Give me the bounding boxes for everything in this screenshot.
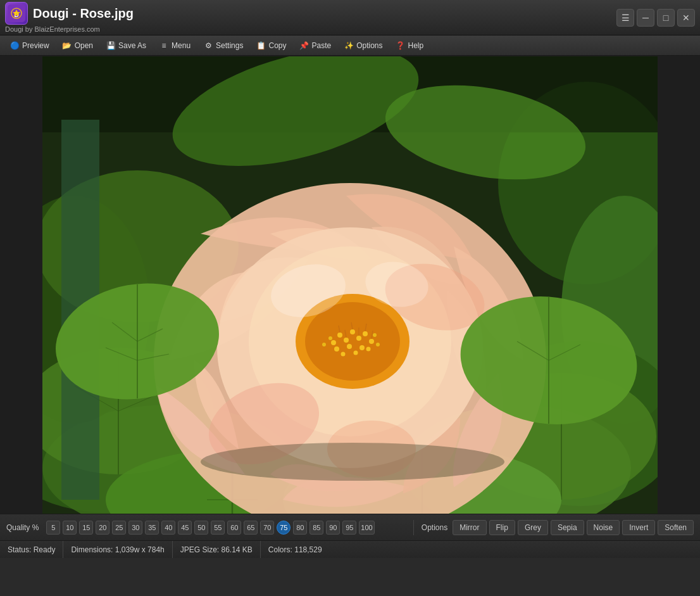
option-buttons: MirrorFlipGreySepiaNoiseInvertSoften <box>453 520 694 535</box>
quality-btn-95[interactable]: 95 <box>342 521 356 535</box>
title-bar: D Dougi - Rose.jpg Dougi by BlaizEnterpr… <box>0 0 700 35</box>
quality-btn-90[interactable]: 90 <box>326 521 340 535</box>
help-button[interactable]: ❓ Help <box>390 38 430 53</box>
quality-btn-65[interactable]: 65 <box>244 521 258 535</box>
option-btn-sepia[interactable]: Sepia <box>551 520 584 535</box>
quality-btn-50[interactable]: 50 <box>194 521 208 535</box>
menu-label: Menu <box>172 41 191 50</box>
paste-label: Paste <box>311 41 331 50</box>
menu-icon2: ≡ <box>159 41 169 51</box>
window-controls: ☰ ─ □ ✕ <box>616 9 695 27</box>
copy-icon: 📋 <box>256 41 266 51</box>
copy-label: Copy <box>268 41 286 50</box>
paste-icon: 📌 <box>299 41 309 51</box>
quality-btn-60[interactable]: 60 <box>227 521 241 535</box>
open-icon: 📂 <box>62 41 72 51</box>
quality-section: Quality % 510152025303540455055606570758… <box>6 521 413 535</box>
option-btn-flip[interactable]: Flip <box>489 520 515 535</box>
maximize-icon: □ <box>663 13 668 23</box>
paste-button[interactable]: 📌 Paste <box>293 38 337 53</box>
save-as-button[interactable]: 💾 Save As <box>100 38 152 53</box>
toolbar: 🔵 Preview 📂 Open 💾 Save As ≡ Menu ⚙ Sett… <box>0 35 700 56</box>
quality-btn-5[interactable]: 5 <box>46 521 60 535</box>
quality-buttons: 5101520253035404550556065707580859095100 <box>46 521 374 535</box>
save-as-icon: 💾 <box>106 41 116 51</box>
options-label: Options <box>356 41 382 50</box>
option-btn-mirror[interactable]: Mirror <box>453 520 486 535</box>
quality-btn-15[interactable]: 15 <box>79 521 93 535</box>
quality-bar: Quality % 510152025303540455055606570758… <box>0 514 700 540</box>
window-menu-btn[interactable]: ☰ <box>616 9 634 27</box>
quality-btn-25[interactable]: 25 <box>112 521 126 535</box>
colors-text: Colors: 118,529 <box>261 541 330 558</box>
open-button[interactable]: 📂 Open <box>56 38 99 53</box>
svg-point-52 <box>322 343 326 346</box>
options-panel: Options MirrorFlipGreySepiaNoiseInvertSo… <box>413 520 694 535</box>
option-btn-grey[interactable]: Grey <box>518 520 548 535</box>
svg-point-48 <box>366 346 371 351</box>
status-bar: Status: Ready Dimensions: 1,039w x 784h … <box>0 540 700 558</box>
close-btn[interactable]: ✕ <box>677 9 695 27</box>
close-icon: ✕ <box>682 13 690 23</box>
preview-button[interactable]: 🔵 Preview <box>4 38 55 53</box>
help-label: Help <box>408 41 424 50</box>
title-left: D Dougi - Rose.jpg Dougi by BlaizEnterpr… <box>5 2 134 33</box>
options-label: Options <box>422 523 447 532</box>
svg-point-49 <box>328 336 332 340</box>
title-text: Dougi - Rose.jpg <box>33 6 134 21</box>
options-icon: ✨ <box>344 41 354 51</box>
menu-button[interactable]: ≡ Menu <box>153 38 196 53</box>
svg-point-43 <box>334 346 339 352</box>
quality-btn-40[interactable]: 40 <box>161 521 175 535</box>
quality-btn-70[interactable]: 70 <box>260 521 274 535</box>
quality-btn-30[interactable]: 30 <box>128 521 142 535</box>
svg-point-51 <box>376 343 380 346</box>
quality-btn-85[interactable]: 85 <box>309 521 323 535</box>
minimize-icon: ─ <box>642 13 649 23</box>
quality-btn-100[interactable]: 100 <box>359 521 374 535</box>
svg-point-71 <box>201 443 504 481</box>
settings-button[interactable]: ⚙ Settings <box>197 38 249 53</box>
svg-point-47 <box>354 350 358 355</box>
quality-btn-45[interactable]: 45 <box>178 521 192 535</box>
rose-image-container <box>42 56 658 514</box>
quality-btn-10[interactable]: 10 <box>63 521 77 535</box>
maximize-btn[interactable]: □ <box>657 9 675 27</box>
subtitle-text: Dougi by BlaizEnterprises.com <box>5 25 134 33</box>
option-btn-soften[interactable]: Soften <box>658 520 694 535</box>
copy-button[interactable]: 📋 Copy <box>250 38 292 53</box>
quality-btn-80[interactable]: 80 <box>293 521 307 535</box>
svg-point-36 <box>337 333 342 338</box>
svg-point-42 <box>369 339 374 344</box>
option-btn-invert[interactable]: Invert <box>622 520 655 535</box>
preview-label: Preview <box>22 41 49 50</box>
quality-btn-55[interactable]: 55 <box>211 521 225 535</box>
svg-point-45 <box>359 345 365 350</box>
status-text: Status: Ready <box>0 541 63 558</box>
quality-btn-35[interactable]: 35 <box>145 521 159 535</box>
options-button[interactable]: ✨ Options <box>338 38 388 53</box>
quality-btn-75[interactable]: 75 <box>277 521 291 535</box>
svg-point-46 <box>341 352 346 356</box>
save-as-label: Save As <box>118 41 146 50</box>
svg-point-39 <box>331 340 336 345</box>
quality-btn-20[interactable]: 20 <box>96 521 109 535</box>
open-label: Open <box>75 41 93 50</box>
svg-point-44 <box>347 344 352 349</box>
settings-icon: ⚙ <box>203 41 213 51</box>
svg-point-35 <box>305 302 400 381</box>
rose-svg <box>42 56 658 514</box>
app-logo: D <box>5 2 28 25</box>
svg-point-41 <box>356 336 361 341</box>
quality-label: Quality % <box>6 523 39 532</box>
app-title: D Dougi - Rose.jpg <box>5 2 134 25</box>
help-icon: ❓ <box>396 41 406 51</box>
svg-point-50 <box>373 333 377 337</box>
option-btn-noise[interactable]: Noise <box>587 520 620 535</box>
minimize-btn[interactable]: ─ <box>637 9 654 27</box>
jpeg-size-text: JPEG Size: 86.14 KB <box>173 541 261 558</box>
svg-point-40 <box>344 338 349 343</box>
svg-point-38 <box>363 331 368 336</box>
svg-point-37 <box>350 329 355 334</box>
dimensions-text: Dimensions: 1,039w x 784h <box>63 541 172 558</box>
